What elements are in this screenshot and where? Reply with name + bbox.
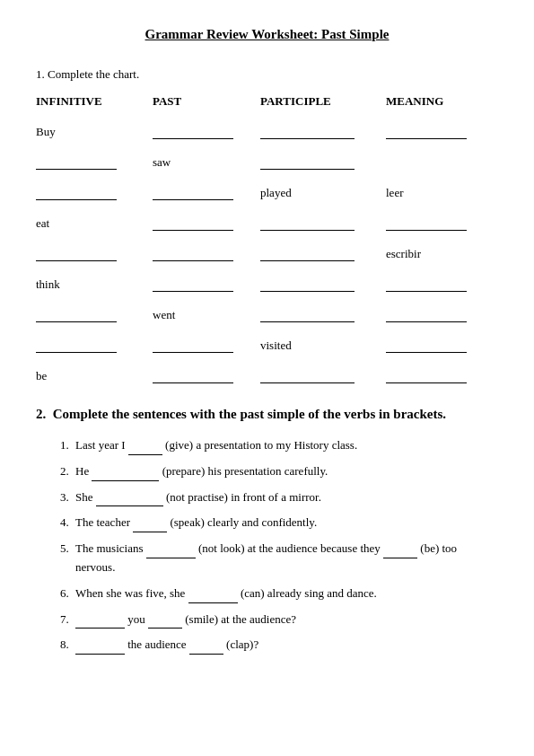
cell-meaning <box>386 204 494 233</box>
section2-label: 2. Complete the sentences with the past … <box>36 407 498 422</box>
cell-participle: played <box>260 173 386 202</box>
chart-row: think <box>36 265 498 294</box>
cell-infinitive: be <box>36 356 153 385</box>
word-think: think <box>36 277 153 292</box>
chart-row: escribir <box>36 234 498 263</box>
line <box>36 321 117 322</box>
list-item: you (smile) at the audience? <box>72 611 498 629</box>
cell-meaning <box>386 143 494 171</box>
blank <box>146 546 196 558</box>
cell-past: went <box>153 295 260 324</box>
word-went: went <box>153 308 260 322</box>
word-buy: Buy <box>36 125 153 139</box>
line <box>153 230 233 231</box>
blank <box>148 616 182 629</box>
line <box>386 138 467 139</box>
cell-past <box>153 204 260 233</box>
cell-past <box>153 265 260 294</box>
cell-past <box>153 356 260 385</box>
chart-headers: INFINITIVE PAST PARTICIPLE MEANING <box>36 94 498 109</box>
cell-past <box>153 112 260 141</box>
word-escribir: escribir <box>386 247 494 261</box>
word-leer: leer <box>386 186 494 200</box>
section1-container: 1. Complete the chart. INFINITIVE PAST P… <box>36 67 498 385</box>
line <box>260 321 355 322</box>
list-item: The teacher (speak) clearly and confiden… <box>72 514 498 532</box>
list-item: the audience (clap)? <box>72 636 498 655</box>
list-item: The musicians (not look) at the audience… <box>72 540 498 577</box>
line <box>36 260 117 261</box>
blank <box>75 616 125 629</box>
word-eat: eat <box>36 216 153 231</box>
cell-past <box>153 326 260 355</box>
cell-participle <box>260 204 386 233</box>
cell-past <box>153 234 260 263</box>
chart-row: visited <box>36 326 498 355</box>
cell-meaning <box>386 295 494 324</box>
blank <box>96 494 163 506</box>
chart-row: be <box>36 356 498 385</box>
section2-container: 2. Complete the sentences with the past … <box>36 407 498 655</box>
cell-meaning: leer <box>386 173 494 202</box>
blank <box>189 642 223 655</box>
cell-participle <box>260 112 386 141</box>
chart-row: eat <box>36 204 498 233</box>
line <box>386 230 467 231</box>
cell-participle <box>260 295 386 324</box>
cell-infinitive <box>36 143 153 171</box>
line <box>260 138 355 139</box>
word-be: be <box>36 369 153 383</box>
line <box>260 169 355 170</box>
cell-meaning <box>386 265 494 294</box>
cell-participle <box>260 234 386 263</box>
blank <box>188 591 238 603</box>
cell-participle <box>260 143 386 171</box>
line <box>36 352 117 353</box>
chart-row: played leer <box>36 173 498 202</box>
header-meaning: MEANING <box>386 94 494 109</box>
line <box>153 291 233 292</box>
cell-past: saw <box>153 143 260 171</box>
header-past: PAST <box>153 94 260 109</box>
cell-infinitive: think <box>36 265 153 294</box>
cell-participle <box>260 265 386 294</box>
line <box>36 199 117 200</box>
blank <box>92 469 159 481</box>
cell-participle: visited <box>260 326 386 355</box>
section1-label: 1. Complete the chart. <box>36 67 498 82</box>
cell-meaning <box>386 356 494 385</box>
page-title: Grammar Review Worksheet: Past Simple <box>36 27 498 42</box>
line <box>153 138 233 139</box>
cell-infinitive <box>36 295 153 324</box>
blank <box>75 642 125 655</box>
cell-infinitive: Buy <box>36 112 153 141</box>
line <box>386 291 467 292</box>
list-item: He (prepare) his presentation carefully. <box>72 462 498 481</box>
list-item: When she was five, she (can) already sin… <box>72 585 498 603</box>
sentences-list: Last year I (give) a presentation to my … <box>36 436 498 655</box>
line <box>153 260 233 261</box>
chart-row: saw <box>36 143 498 171</box>
blank <box>128 443 162 455</box>
line <box>386 382 467 383</box>
line <box>260 260 355 261</box>
line <box>153 199 233 200</box>
chart-row: went <box>36 295 498 324</box>
blank <box>133 520 167 532</box>
chart-row: Buy <box>36 112 498 141</box>
cell-infinitive <box>36 173 153 202</box>
cell-meaning: escribir <box>386 234 494 263</box>
word-saw: saw <box>153 155 260 170</box>
line <box>260 382 355 383</box>
cell-meaning <box>386 326 494 355</box>
cell-infinitive <box>36 234 153 263</box>
header-participle: PARTICIPLE <box>260 94 386 109</box>
cell-meaning <box>386 112 494 141</box>
word-played: played <box>260 186 386 200</box>
line <box>153 382 233 383</box>
cell-infinitive: eat <box>36 204 153 233</box>
word-visited: visited <box>260 338 386 353</box>
line <box>386 352 467 353</box>
line <box>386 321 467 322</box>
header-infinitive: INFINITIVE <box>36 94 153 109</box>
